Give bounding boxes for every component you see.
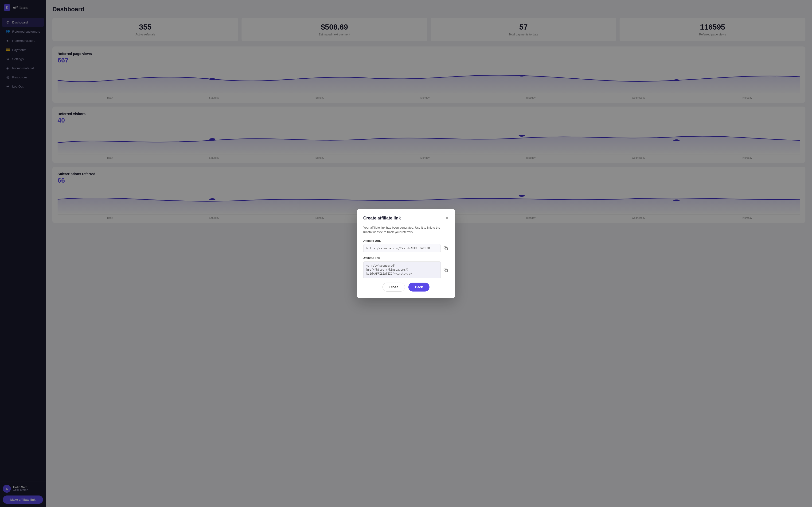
affiliate-link-row <box>363 262 449 278</box>
affiliate-url-input[interactable] <box>363 244 441 252</box>
modal-description: Your affiliate link has been generated. … <box>363 225 449 234</box>
affiliate-link-label: Affiliate link <box>363 257 449 260</box>
affiliate-url-label: Affiliate URL <box>363 239 449 242</box>
copy-url-button[interactable] <box>443 245 449 251</box>
copy-link-button[interactable] <box>443 267 449 273</box>
back-button[interactable]: Back <box>408 283 429 291</box>
svg-rect-9 <box>445 247 448 250</box>
modal-header: Create affiliate link ✕ <box>363 216 449 221</box>
affiliate-link-textarea[interactable] <box>363 262 441 278</box>
modal-overlay[interactable]: Create affiliate link ✕ Your affiliate l… <box>0 0 812 507</box>
close-button[interactable]: Close <box>383 283 405 291</box>
modal: Create affiliate link ✕ Your affiliate l… <box>357 209 455 298</box>
affiliate-url-row <box>363 244 449 252</box>
svg-rect-10 <box>445 269 448 272</box>
modal-title: Create affiliate link <box>363 216 401 221</box>
modal-footer: Close Back <box>363 283 449 291</box>
modal-close-button[interactable]: ✕ <box>445 216 449 220</box>
